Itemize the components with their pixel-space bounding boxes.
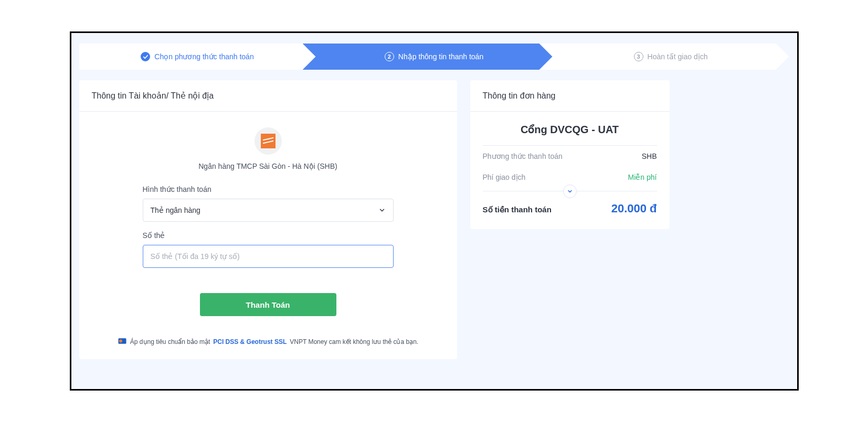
card-left-title: Thông tin Tài khoản/ Thẻ nội địa [79, 80, 457, 112]
step-3-number: 3 [634, 52, 643, 61]
content-row: Thông tin Tài khoản/ Thẻ nội địa Ngân hà… [77, 80, 792, 359]
method-label: Hình thức thanh toán [143, 185, 394, 193]
step-3-label: Hoàn tất giao dịch [648, 52, 708, 61]
expand-button[interactable] [563, 185, 577, 198]
shield-icon [118, 337, 127, 347]
payment-panel: Chọn phương thức thanh toán 2 Nhập thông… [70, 31, 799, 391]
card-right-title: Thông tin đơn hàng [470, 80, 670, 112]
bank-logo-icon [261, 134, 276, 148]
security-post: VNPT Money cam kết không lưu thẻ của bạn… [290, 338, 418, 345]
bank-logo-wrap [255, 127, 282, 155]
pay-button[interactable]: Thanh Toán [200, 293, 336, 316]
row-total: Số tiền thanh toán 20.000 đ [470, 197, 670, 229]
svg-point-1 [119, 340, 122, 343]
card-number-input[interactable] [143, 245, 394, 268]
step-2-active: 2 Nhập thông tin thanh toán [303, 44, 553, 70]
bank-name: Ngân hàng TMCP Sài Gòn - Hà Nội (SHB) [92, 162, 444, 170]
payment-method-value: Thẻ ngân hàng [151, 206, 200, 214]
fee-key: Phí giao dịch [483, 173, 526, 181]
card-order-info: Thông tin đơn hàng Cổng DVCQG - UAT Phươ… [470, 80, 670, 229]
card-left-body: Ngân hàng TMCP Sài Gòn - Hà Nội (SHB) Hì… [79, 112, 457, 359]
step-3-pending: 3 Hoàn tất giao dịch [539, 44, 789, 70]
chevron-down-icon [567, 188, 573, 195]
card-account-info: Thông tin Tài khoản/ Thẻ nội địa Ngân hà… [79, 80, 457, 359]
step-2-number: 2 [385, 52, 394, 61]
expand-separator [483, 191, 657, 191]
fee-value: Miễn phí [628, 173, 657, 181]
step-1-label: Chọn phương thức thanh toán [154, 52, 253, 61]
payment-method-select[interactable]: Thẻ ngân hàng [143, 199, 394, 222]
total-key: Số tiền thanh toán [483, 205, 552, 214]
chevron-down-icon [378, 207, 386, 214]
method-value: SHB [642, 152, 657, 160]
row-method: Phương thức thanh toán SHB [470, 146, 670, 167]
step-2-label: Nhập thông tin thanh toán [398, 52, 483, 61]
method-key: Phương thức thanh toán [483, 152, 563, 160]
step-1-completed: Chọn phương thức thanh toán [79, 44, 316, 70]
security-pre: Áp dụng tiêu chuẩn bảo mật [130, 338, 210, 345]
merchant-name: Cổng DVCQG - UAT [470, 112, 670, 145]
total-value: 20.000 đ [611, 202, 657, 215]
cardnum-label: Số thẻ [143, 231, 394, 240]
security-note: Áp dụng tiêu chuẩn bảo mật PCI DSS & Geo… [92, 337, 444, 347]
form-area: Hình thức thanh toán Thẻ ngân hàng Số th… [143, 185, 394, 268]
security-pci: PCI DSS & Geotrust SSL [213, 338, 287, 345]
stepper: Chọn phương thức thanh toán 2 Nhập thông… [79, 44, 789, 70]
check-icon [141, 52, 150, 61]
